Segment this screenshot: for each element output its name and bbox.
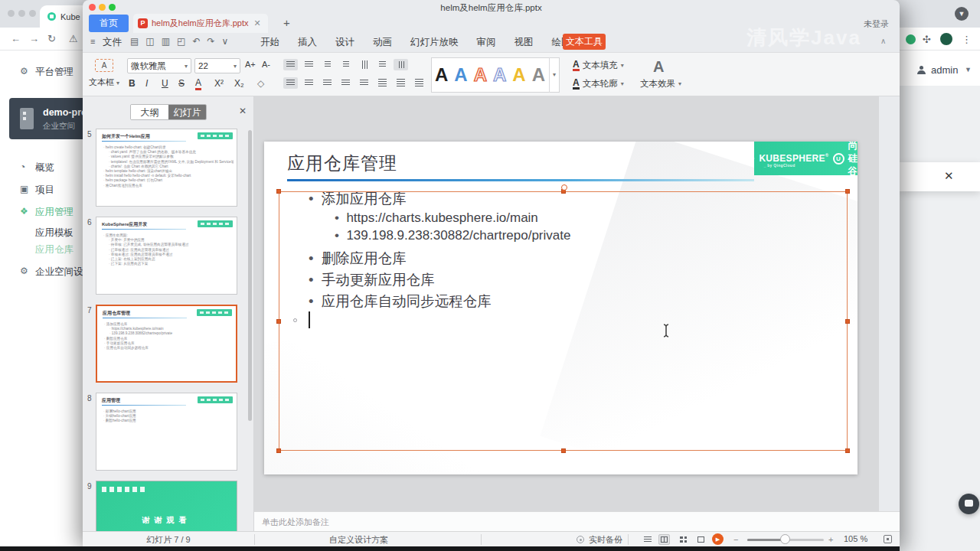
site-warning-icon[interactable]: ⚠ (69, 33, 78, 44)
extension-icon[interactable]: ✣ (923, 34, 931, 45)
italic-button[interactable]: I (145, 78, 148, 89)
resize-handle[interactable] (276, 448, 281, 453)
menu-file[interactable]: 文件 (103, 36, 122, 49)
reload-icon[interactable]: ↻ (47, 33, 56, 44)
realtime-backup-button[interactable]: 实时备份 (589, 534, 622, 546)
sidebar-item-platform[interactable]: 平台管理 (35, 66, 74, 79)
sidebar-item-app-repos[interactable]: 应用仓库 (35, 243, 74, 256)
tab-animation[interactable]: 动画 (373, 36, 392, 49)
tab-text-tools[interactable]: 文本工具 (563, 34, 606, 50)
slide-thumbnail-5[interactable]: 如何开发一个Helm应用 helm create hello-chart: 创建… (96, 129, 237, 207)
zoom-level[interactable]: 105 % (844, 534, 867, 543)
close-icon[interactable]: ✕ (944, 169, 954, 183)
outline-view-icon[interactable] (642, 534, 653, 545)
sidebar-item-overview[interactable]: 概览 (35, 161, 54, 174)
shrink-font-button[interactable]: A- (262, 60, 270, 69)
slide-thumbnail-7-selected[interactable]: 应用仓库管理 添加应用仓库 https://charts.kubesphere.… (96, 305, 237, 383)
text-style-gallery[interactable]: A A A A A A (431, 57, 560, 93)
slideshow-play-button[interactable]: ▶ (712, 533, 724, 545)
style-option[interactable]: A (435, 64, 448, 86)
tab-slideshow[interactable]: 幻灯片放映 (410, 36, 459, 49)
text-direction-button[interactable] (357, 59, 371, 70)
fit-slide-icon[interactable] (884, 535, 892, 543)
decrease-indent-button[interactable] (320, 59, 335, 70)
redo-icon[interactable]: ↷ (207, 36, 214, 47)
text-outline-button[interactable]: A 文本轮廓 ▾ (573, 78, 624, 90)
browser-avatar[interactable] (940, 33, 952, 45)
style-option[interactable]: A (454, 64, 467, 86)
underline-button[interactable]: U (162, 78, 168, 89)
align-center-button[interactable] (302, 77, 316, 89)
numbered-list-button[interactable] (302, 59, 316, 70)
slide-sorter-icon[interactable] (678, 534, 689, 545)
resize-handle[interactable] (276, 189, 281, 194)
login-status[interactable]: 未登录 (864, 18, 889, 30)
collapse-ribbon-icon[interactable]: ∧ (880, 37, 886, 45)
resize-handle[interactable] (845, 189, 850, 194)
clear-format-icon[interactable]: ◇ (257, 78, 264, 89)
align-text-button[interactable] (394, 59, 408, 70)
browser-menu-icon[interactable]: ⋮ (962, 34, 972, 45)
resize-handle[interactable] (561, 448, 566, 453)
tab-design[interactable]: 设计 (335, 36, 354, 49)
increase-indent-button[interactable] (338, 59, 353, 70)
back-icon[interactable]: ← (11, 33, 21, 44)
more-icon[interactable]: ∨ (222, 36, 229, 47)
distribute-button[interactable] (357, 77, 371, 89)
hamburger-icon[interactable]: ≡ (90, 37, 95, 46)
align-right-button[interactable] (320, 77, 335, 89)
save-icon[interactable]: ◫ (145, 36, 154, 47)
close-tab-icon[interactable]: ✕ (254, 18, 261, 28)
design-scheme-button[interactable]: 自定义设计方案 (329, 534, 388, 546)
notes-bar[interactable]: 单击此处添加备注 (254, 511, 900, 531)
assistant-fab[interactable] (959, 494, 979, 514)
tab-insert[interactable]: 插入 (298, 36, 317, 49)
font-size-select[interactable]: 22▾ (194, 58, 240, 73)
gallery-scroll[interactable]: ▾ (549, 57, 559, 93)
style-option[interactable]: A (493, 64, 506, 86)
browser-profile-icon[interactable]: ▼ (955, 7, 969, 21)
sidebar-item-app-management[interactable]: 应用管理 (35, 206, 74, 219)
forward-icon[interactable]: → (29, 33, 39, 44)
normal-view-icon[interactable] (658, 534, 670, 545)
style-option[interactable]: A (474, 64, 487, 86)
zoom-in-button[interactable]: + (828, 535, 833, 544)
space-after-button[interactable] (412, 77, 426, 89)
slide-thumbnail-8[interactable]: 应用管理 部署hello-chart应用 升级hello-chart应用 删除h… (96, 393, 237, 471)
undo-icon[interactable]: ↶ (192, 36, 200, 47)
align-left-button[interactable] (283, 77, 298, 89)
rotate-handle[interactable] (561, 184, 567, 191)
line-spacing-button[interactable] (375, 77, 390, 89)
slide-title[interactable]: 应用仓库管理 (287, 152, 397, 175)
justify-button[interactable] (338, 77, 353, 89)
open-icon[interactable]: ▤ (130, 36, 139, 47)
space-before-button[interactable] (394, 77, 408, 89)
tab-document[interactable]: P helm及helm应用仓库.pptx ✕ (133, 14, 268, 33)
resize-handle[interactable] (845, 448, 850, 453)
panel-scrollbar[interactable] (248, 130, 252, 421)
textbox-button[interactable]: 文本框 ▾ (89, 77, 119, 88)
preview-icon[interactable]: ◰ (177, 36, 185, 47)
selection-box[interactable] (279, 191, 848, 451)
reading-view-icon[interactable] (695, 534, 707, 545)
style-option[interactable]: A (532, 64, 545, 86)
text-effects-button[interactable]: 文本效果 ▾ (640, 78, 681, 90)
tab-outline[interactable]: 大纲 (131, 105, 168, 119)
slide-editor[interactable]: 应用仓库管理 KUBESPHERE® _ by QingCloud U (264, 142, 858, 474)
tab-review[interactable]: 审阅 (477, 36, 496, 49)
tab-start[interactable]: 开始 (260, 36, 279, 49)
grow-font-button[interactable]: A+ (245, 60, 256, 69)
tab-home[interactable]: 首页 (89, 15, 129, 32)
text-fill-button[interactable]: A 文本填充 ▾ (573, 60, 624, 71)
print-icon[interactable]: ▥ (162, 36, 170, 47)
style-option[interactable]: A (512, 64, 525, 86)
superscript-button[interactable]: X² (214, 78, 224, 89)
sidebar-item-projects[interactable]: 项目 (35, 184, 54, 197)
zoom-out-button[interactable]: − (733, 535, 738, 544)
tab-slides[interactable]: 幻灯片 (168, 105, 206, 119)
resize-handle[interactable] (845, 319, 850, 324)
extension-icon[interactable] (906, 34, 916, 44)
strikethrough-button[interactable]: S (178, 78, 185, 89)
sidebar-item-app-templates[interactable]: 应用模板 (35, 227, 74, 240)
paragraph-mark-button[interactable] (375, 59, 390, 70)
